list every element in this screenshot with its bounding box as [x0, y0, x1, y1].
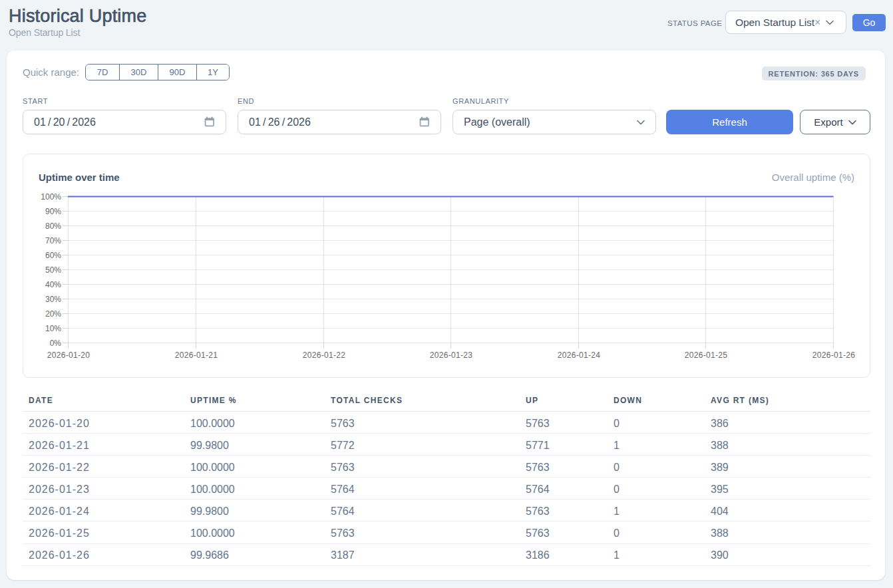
svg-text:2026-01-24: 2026-01-24	[558, 351, 600, 360]
svg-text:2026-01-21: 2026-01-21	[175, 351, 218, 360]
svg-text:60%: 60%	[45, 251, 61, 260]
svg-text:70%: 70%	[45, 236, 61, 245]
svg-text:30%: 30%	[45, 295, 61, 304]
svg-text:2026-01-20: 2026-01-20	[47, 351, 90, 360]
svg-text:2026-01-22: 2026-01-22	[303, 351, 345, 360]
svg-text:10%: 10%	[45, 324, 61, 333]
svg-text:0%: 0%	[50, 339, 62, 348]
svg-text:2026-01-23: 2026-01-23	[430, 351, 472, 360]
svg-text:20%: 20%	[45, 309, 61, 319]
svg-text:90%: 90%	[45, 207, 61, 216]
svg-text:2026-01-25: 2026-01-25	[685, 351, 727, 360]
svg-text:80%: 80%	[45, 221, 61, 231]
svg-text:50%: 50%	[45, 265, 61, 275]
svg-text:2026-01-26: 2026-01-26	[812, 351, 855, 360]
svg-text:100%: 100%	[41, 192, 61, 202]
svg-text:40%: 40%	[45, 280, 61, 289]
